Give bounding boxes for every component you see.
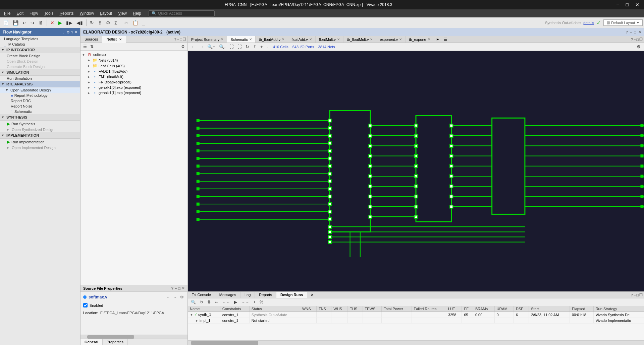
tab-messages[interactable]: Messages xyxy=(215,292,240,298)
menu-window[interactable]: Window xyxy=(77,10,97,16)
paste-button[interactable]: 📋 xyxy=(131,19,140,26)
redo-button[interactable]: ↪ xyxy=(29,19,36,26)
src-prop-tab-general[interactable]: General xyxy=(80,339,103,345)
exponent-tab-close[interactable]: ✕ xyxy=(399,38,402,41)
sources-expand-btn[interactable]: ⇅ xyxy=(89,44,95,50)
delete-button[interactable]: ✕ xyxy=(49,19,56,26)
layout-selector[interactable]: ▤ Default Layout ▼ xyxy=(603,19,643,26)
sch-remove-btn[interactable]: - xyxy=(265,44,269,50)
section-synthesis[interactable]: ▼ SYNTHESIS xyxy=(0,114,80,121)
quick-access-input[interactable] xyxy=(158,11,212,16)
project-summary-tab-close[interactable]: ✕ xyxy=(221,38,223,41)
tree-item-fm1[interactable]: ► ▪ FM1 (floatMult) xyxy=(80,74,187,79)
nav-item-open-block-design[interactable]: Open Block Design xyxy=(0,59,80,64)
tab-exponent[interactable]: exponent.v ✕ xyxy=(376,36,406,43)
bottom-scrollbar[interactable] xyxy=(188,340,644,345)
export-button[interactable]: ⇪ xyxy=(96,19,104,26)
src-props-maximize[interactable]: □ xyxy=(178,286,180,290)
sources-restore[interactable]: ❐ xyxy=(183,37,186,42)
tree-item-fr[interactable]: ► ▪ FR (floatReciprocal) xyxy=(80,79,187,85)
tree-item-genblk1[interactable]: ► ▪ genblk1[1].exp (exponent) xyxy=(80,90,187,95)
sch-fit-selection-btn[interactable]: ⛶ xyxy=(236,44,243,50)
sch-settings-btn[interactable]: ⚙ xyxy=(635,44,642,50)
design-header-close[interactable]: ✕ xyxy=(638,30,641,34)
close-button[interactable]: ✕ xyxy=(633,1,641,8)
nav-item-run-implementation[interactable]: ▶ Run Implementation xyxy=(0,139,80,145)
link-button[interactable]: ⎯ xyxy=(141,19,147,26)
tab-tb-floatadd[interactable]: tb_floatAdd.v ✕ xyxy=(256,36,288,43)
flow-nav-close[interactable]: ✕ xyxy=(74,30,77,34)
synth1-expand-icon[interactable]: ▼ xyxy=(190,313,193,317)
menu-file[interactable]: File xyxy=(1,10,13,16)
step-back-button[interactable]: ◀▮ xyxy=(75,19,85,26)
section-rtl-analysis[interactable]: ▼ RTL ANALYSIS xyxy=(0,81,80,87)
runs-reset-btn[interactable]: ↻ xyxy=(198,299,205,305)
sources-help[interactable]: ? xyxy=(174,37,176,42)
sch-area-help[interactable]: ? xyxy=(631,37,633,42)
sch-area-minimize[interactable]: − xyxy=(634,37,636,42)
design-runs-tab-close[interactable]: ✕ xyxy=(308,292,316,298)
io-ports-stat[interactable]: 643 I/O Ports xyxy=(292,45,314,49)
tab-tb-expone[interactable]: tb_expone ✕ xyxy=(406,36,434,43)
runs-first-btn[interactable]: ⇤ xyxy=(213,299,220,305)
sources-settings-btn[interactable]: ⚙ xyxy=(180,44,186,50)
copy-button[interactable]: 🗎 xyxy=(37,19,45,26)
nav-item-ip-catalog[interactable]: ⎯ IP Catalog xyxy=(0,42,80,47)
sch-area-maximize[interactable]: □ xyxy=(636,37,639,42)
sch-back-btn[interactable]: ← xyxy=(190,44,197,50)
bottom-scrollbar-thumb[interactable] xyxy=(191,341,258,345)
bottom-restore[interactable]: ❐ xyxy=(639,292,643,297)
nav-item-run-synthesis[interactable]: ▶ Run Synthesis xyxy=(0,121,80,127)
save-button[interactable]: 💾 xyxy=(11,19,20,26)
schematic-canvas[interactable] xyxy=(188,51,644,291)
tab-overflow-menu[interactable]: ► xyxy=(434,36,442,43)
nav-item-run-simulation[interactable]: Run Simulation xyxy=(0,76,80,81)
sch-expand-btn[interactable]: ⇪ xyxy=(252,44,258,50)
impl1-expand-icon[interactable]: ► xyxy=(195,319,199,323)
tree-item-genblk0[interactable]: ► ▪ genblk1[0].exp (exponent) xyxy=(80,85,187,90)
flow-nav-settings[interactable]: ⚙ xyxy=(66,30,70,34)
src-nav-next[interactable]: → xyxy=(172,294,178,300)
menu-edit[interactable]: Edit xyxy=(14,10,26,16)
sources-maximize[interactable]: □ xyxy=(180,37,182,42)
section-simulation[interactable]: ▼ SIMULATION xyxy=(0,69,80,76)
table-row[interactable]: ▼ ✓ synth_1 constrs_1 Synthesis Out-of-d… xyxy=(188,312,644,318)
sch-zoom-in-btn[interactable]: 🔍+ xyxy=(206,44,217,50)
tree-item-softmax[interactable]: ▼ R softmax xyxy=(80,52,187,57)
sch-refresh-btn[interactable]: ↻ xyxy=(244,44,251,50)
menu-help[interactable]: Help xyxy=(130,10,144,16)
minimize-button[interactable]: − xyxy=(614,1,621,8)
section-implementation[interactable]: ▼ IMPLEMENTATION xyxy=(0,132,80,139)
table-row[interactable]: ► impl_1 constrs_1 Not started xyxy=(188,318,644,324)
tab-tcl-console[interactable]: Tcl Console xyxy=(188,292,215,298)
tb-floatadd-tab-close[interactable]: ✕ xyxy=(282,38,284,41)
nav-item-open-synthesized-design[interactable]: ► Open Synthesized Design xyxy=(0,127,80,132)
menu-reports[interactable]: Reports xyxy=(57,10,76,16)
floatadd-tab-close[interactable]: ✕ xyxy=(309,38,312,41)
tree-item-nets[interactable]: ► 📁 Nets (3814) xyxy=(80,57,187,63)
tab-floatadd[interactable]: floatAdd.v ✕ xyxy=(288,36,316,43)
src-nav-prev[interactable]: ← xyxy=(165,294,171,300)
runs-play-btn[interactable]: ▶ xyxy=(232,299,239,305)
nets-stat[interactable]: 3814 Nets xyxy=(318,45,335,49)
menu-tools[interactable]: Tools xyxy=(41,10,56,16)
menu-layout[interactable]: Layout xyxy=(97,10,115,16)
tb-expone-tab-close[interactable]: ✕ xyxy=(428,38,430,41)
menu-view[interactable]: View xyxy=(115,10,129,16)
runs-add-btn[interactable]: + xyxy=(252,299,257,305)
design-header-help[interactable]: ? xyxy=(626,30,628,34)
section-ip-integrator[interactable]: ▼ IP INTEGRATOR xyxy=(0,47,80,53)
tab-netlist[interactable]: Netlist ✕ xyxy=(102,36,126,43)
nav-item-report-drc[interactable]: Report DRC xyxy=(0,98,80,104)
runs-prev-btn[interactable]: ←← xyxy=(220,299,232,305)
sch-fit-btn[interactable]: ⛶ xyxy=(228,44,235,50)
tab-log[interactable]: Log xyxy=(240,292,255,298)
design-header-maximize[interactable]: □ xyxy=(634,30,636,34)
synth-details-link[interactable]: details xyxy=(583,21,594,25)
runs-percent-btn[interactable]: % xyxy=(258,299,265,305)
new-button[interactable]: 📄 xyxy=(1,19,10,26)
tab-schematic[interactable]: Schematic ✕ xyxy=(227,36,255,43)
sch-zoom-out-btn[interactable]: 🔍- xyxy=(218,44,227,50)
tb-floatmult-tab-close[interactable]: ✕ xyxy=(370,38,373,41)
tab-tb-floatmult[interactable]: tb_floatMult.v ✕ xyxy=(343,36,376,43)
